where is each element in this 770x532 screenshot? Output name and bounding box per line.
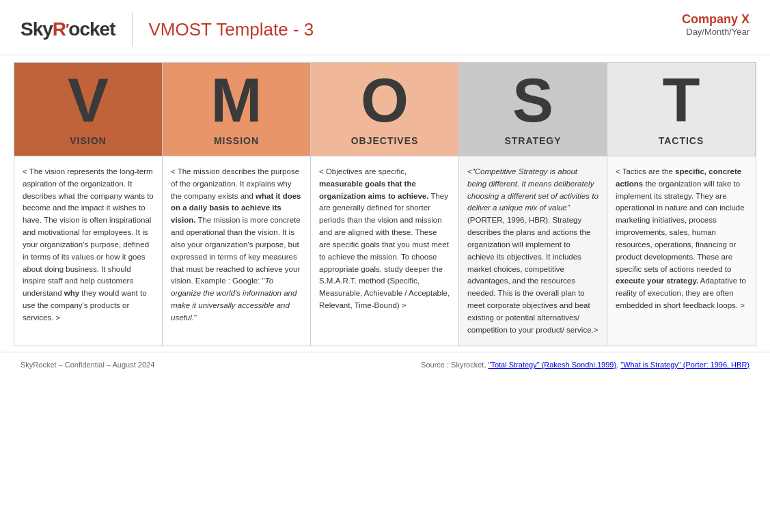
col-header-strategy: S STRATEGY xyxy=(459,63,607,156)
letter-o: O xyxy=(361,70,409,131)
footer-source: Source : Skyrocket, "Total Strategy" (Ra… xyxy=(421,361,750,369)
footer-link1[interactable]: "Total Strategy" (Rakesh Sondhi,1999) xyxy=(489,361,617,369)
content-mission: < The mission describes the purpose of t… xyxy=(163,156,311,346)
content-strategy: <"Competitive Strategy is about being di… xyxy=(459,156,607,346)
header: SkyR′ocket VMOST Template - 3 Company X … xyxy=(0,0,770,55)
page-title: VMOST Template - 3 xyxy=(149,19,314,40)
logo-divider xyxy=(132,12,133,46)
label-mission: MISSION xyxy=(214,135,259,146)
mission-text: < The mission describes the purpose of t… xyxy=(171,166,302,324)
objectives-text: < Objectives are specific, measurable go… xyxy=(319,166,450,312)
content-objectives: < Objectives are specific, measurable go… xyxy=(311,156,459,346)
footer-source-prefix: Source : Skyrocket, xyxy=(421,361,488,369)
content-tactics: < Tactics are the specific, concrete act… xyxy=(607,156,756,346)
company-info: Company X Day/Month/Year xyxy=(682,12,750,37)
company-name: Company X xyxy=(682,12,750,27)
col-header-mission: M MISSION xyxy=(163,63,311,156)
content-vision: < The vision represents the long-term as… xyxy=(14,156,163,346)
letter-v: V xyxy=(68,70,109,131)
vmost-grid: V VISION M MISSION O OBJECTIVES S STRATE… xyxy=(14,62,756,346)
letter-s: S xyxy=(512,70,553,131)
vision-text: < The vision represents the long-term as… xyxy=(23,166,154,324)
company-date: Day/Month/Year xyxy=(682,27,750,37)
col-header-vision: V VISION xyxy=(14,63,163,156)
strategy-text: <"Competitive Strategy is about being di… xyxy=(467,166,599,336)
footer-link2[interactable]: "What is Strategy" (Porter: 1996, HBR) xyxy=(620,361,750,369)
col-header-tactics: T TACTICS xyxy=(607,63,756,156)
footer: SkyRocket – Confidential – August 2024 S… xyxy=(0,352,770,377)
label-vision: VISION xyxy=(70,135,106,146)
label-tactics: TACTICS xyxy=(659,135,704,146)
col-header-objectives: O OBJECTIVES xyxy=(311,63,459,156)
footer-left: SkyRocket – Confidential – August 2024 xyxy=(20,361,154,369)
tactics-text: < Tactics are the specific, concrete act… xyxy=(616,166,747,312)
logo-r: R xyxy=(53,18,66,40)
logo-sky: Sky xyxy=(20,18,53,40)
label-strategy: STRATEGY xyxy=(504,135,561,146)
logo-ocket: ocket xyxy=(68,18,115,40)
letter-t: T xyxy=(663,70,700,131)
logo: SkyR′ocket xyxy=(20,18,115,40)
label-objectives: OBJECTIVES xyxy=(351,135,419,146)
letter-m: M xyxy=(211,70,262,131)
